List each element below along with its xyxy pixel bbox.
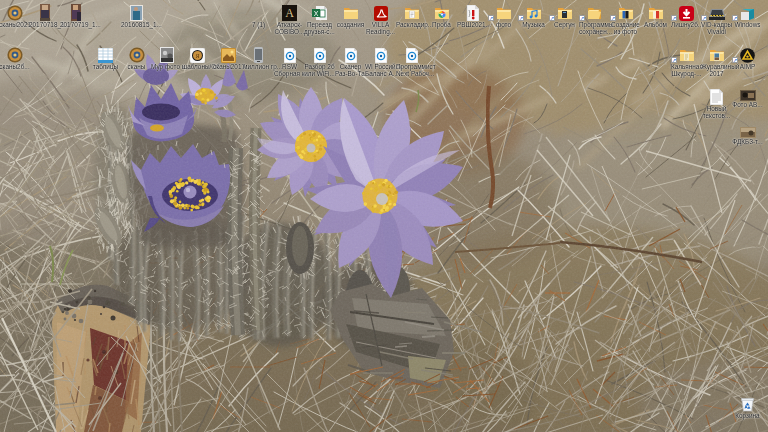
svg-text:A: A	[285, 6, 294, 20]
svg-text:Я: Я	[195, 53, 199, 59]
svg-text:X: X	[314, 10, 319, 17]
